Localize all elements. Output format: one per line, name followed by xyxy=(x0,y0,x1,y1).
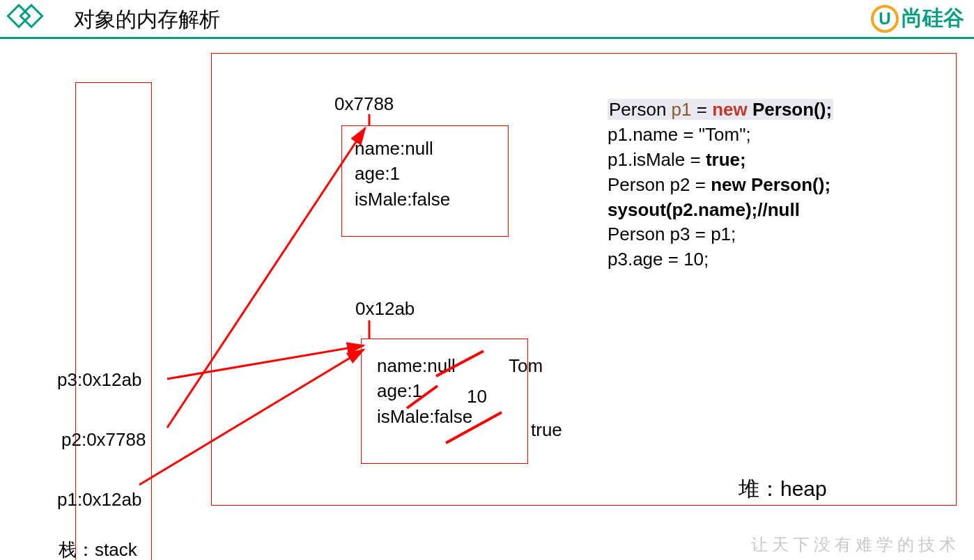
code-block: Person p1 = new Person(); p1.name = "Tom… xyxy=(608,98,833,272)
obj2-address: 0x12ab xyxy=(355,298,415,320)
brand: U 尚硅谷 xyxy=(871,4,964,33)
obj2-ismale-new: true xyxy=(531,419,562,441)
page-title: 对象的内存解析 xyxy=(74,6,220,34)
stack-var-p1: p1:0x12ab xyxy=(57,489,141,511)
obj1-ismale: isMale:false xyxy=(355,187,495,212)
code-line-4: Person p2 = new Person(); xyxy=(608,173,833,198)
obj1-address: 0x7788 xyxy=(334,93,394,115)
svg-rect-1 xyxy=(20,5,42,26)
code-line-2: p1.name = "Tom"; xyxy=(608,123,833,148)
slogan-watermark: 让天下没有难学的技术 xyxy=(751,534,960,556)
diamond-logo-icon xyxy=(4,0,46,40)
diagram-canvas: p3:0x12ab p2:0x7788 p1:0x12ab 栈：stack 堆：… xyxy=(0,39,974,560)
code-line-6: Person p3 = p1; xyxy=(608,222,833,247)
code-line-7: p3.age = 10; xyxy=(608,247,833,272)
heap-label: 堆：heap xyxy=(739,475,827,504)
obj2-box: name:null age:1 isMale:false xyxy=(361,339,528,464)
obj2-age-new: 10 xyxy=(467,386,487,407)
stack-label: 栈：stack xyxy=(59,538,137,560)
stack-var-p2: p2:0x7788 xyxy=(61,429,146,451)
code-line-5: sysout(p2.name);//null xyxy=(608,198,833,223)
stack-var-p3: p3:0x12ab xyxy=(57,369,141,391)
brand-u-icon: U xyxy=(871,5,899,33)
header: 对象的内存解析 U 尚硅谷 xyxy=(0,0,974,39)
obj1-age: age:1 xyxy=(355,161,495,186)
brand-text: 尚硅谷 xyxy=(902,4,964,33)
code-line-1: Person p1 = new Person(); xyxy=(608,98,833,123)
obj1-name: name:null xyxy=(355,136,495,161)
obj1-box: name:null age:1 isMale:false xyxy=(341,125,509,237)
code-line-3: p1.isMale = true; xyxy=(608,148,833,173)
obj2-age: age:1 xyxy=(377,378,512,403)
heap-box xyxy=(211,53,957,506)
obj2-ismale: isMale:false xyxy=(377,404,512,429)
obj2-name: name:null xyxy=(377,353,512,378)
svg-rect-0 xyxy=(8,5,29,26)
obj2-name-new: Tom xyxy=(509,355,543,377)
